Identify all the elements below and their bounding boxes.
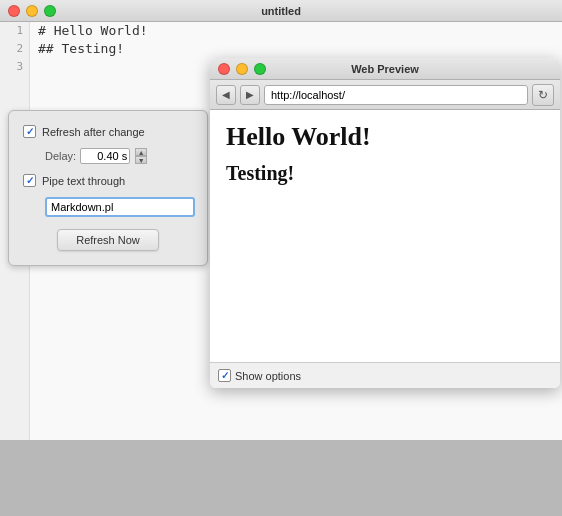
show-options-row: Show options: [218, 369, 301, 382]
close-button[interactable]: [8, 5, 20, 17]
code-line-3: ## Testing!: [38, 40, 554, 58]
refresh-after-change-label: Refresh after change: [42, 126, 145, 138]
preview-close-button[interactable]: [218, 63, 230, 75]
preview-bottom-bar: Show options: [210, 362, 560, 388]
preview-window-controls: [218, 63, 266, 75]
line-num-3: 3: [16, 58, 23, 76]
browser-toolbar: ◀ ▶ ↻: [210, 80, 560, 110]
bottom-area: [0, 440, 562, 516]
stepper-up[interactable]: ▲: [135, 148, 147, 156]
options-panel: Refresh after change Delay: ▲ ▼ Pipe tex…: [8, 110, 208, 266]
preview-h2: Testing!: [226, 162, 544, 185]
code-line-1: # Hello World!: [38, 22, 554, 40]
preview-content: Hello World! Testing!: [210, 110, 560, 362]
window-title: untitled: [261, 5, 301, 17]
delay-stepper: ▲ ▼: [135, 148, 147, 164]
preview-title-bar: Web Preview: [210, 58, 560, 80]
maximize-button[interactable]: [44, 5, 56, 17]
forward-button[interactable]: ▶: [240, 85, 260, 105]
preview-minimize-button[interactable]: [236, 63, 248, 75]
line-num-2: 2: [16, 40, 23, 58]
show-options-checkbox[interactable]: [218, 369, 231, 382]
refresh-now-button[interactable]: Refresh Now: [57, 229, 159, 251]
line-num-1: 1: [16, 22, 23, 40]
refresh-after-change-checkbox[interactable]: [23, 125, 36, 138]
pipe-input[interactable]: [45, 197, 195, 217]
stepper-down[interactable]: ▼: [135, 156, 147, 164]
web-preview-window: Web Preview ◀ ▶ ↻ Hello World! Testing! …: [210, 58, 560, 388]
pipe-text-checkbox[interactable]: [23, 174, 36, 187]
delay-input[interactable]: [80, 148, 130, 164]
title-bar: untitled: [0, 0, 562, 22]
pipe-text-label: Pipe text through: [42, 175, 125, 187]
show-options-label: Show options: [235, 370, 301, 382]
preview-title: Web Preview: [351, 63, 419, 75]
refresh-after-change-row: Refresh after change: [23, 125, 193, 138]
pipe-text-row: Pipe text through: [23, 174, 193, 187]
delay-row: Delay: ▲ ▼: [45, 148, 193, 164]
delay-label: Delay:: [45, 150, 76, 162]
preview-maximize-button[interactable]: [254, 63, 266, 75]
url-bar[interactable]: [264, 85, 528, 105]
browser-refresh-button[interactable]: ↻: [532, 84, 554, 106]
preview-h1: Hello World!: [226, 122, 544, 152]
window-controls: [8, 5, 56, 17]
back-button[interactable]: ◀: [216, 85, 236, 105]
minimize-button[interactable]: [26, 5, 38, 17]
